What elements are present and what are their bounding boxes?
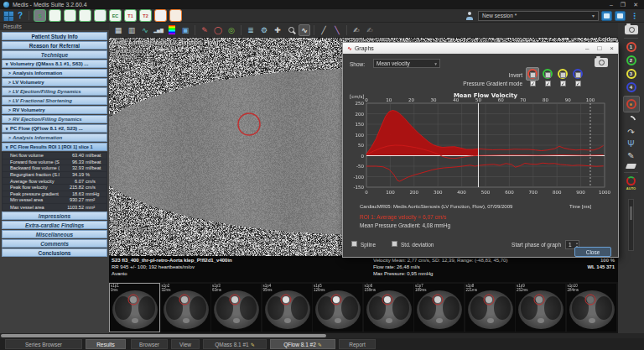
contour-stack-icon[interactable]: ≣ [245, 24, 257, 36]
roi-2-button[interactable]: 2 [626, 55, 636, 65]
sidebar-item[interactable]: ∨Volumetry (QMass 8.1 #1, S63) ... [2, 60, 107, 68]
invert-checkbox-3[interactable] [560, 72, 566, 78]
draw-contour-icon[interactable]: ✎ [199, 24, 210, 36]
dialog-maximize-button[interactable]: □ [597, 44, 601, 52]
pencil-tool-icon[interactable]: ✎ [627, 152, 634, 160]
save-session-icon[interactable] [601, 11, 612, 21]
auto-contour-icon[interactable]: ◎ [226, 24, 237, 36]
tab-results[interactable]: Results [86, 339, 126, 349]
session-layout-icon[interactable] [615, 11, 626, 21]
app-icon-2[interactable] [49, 9, 61, 22]
app-icon-9[interactable] [154, 9, 167, 22]
pressure-gradient-checkbox-1[interactable]: ✓ [530, 81, 536, 86]
colormap-icon[interactable] [166, 24, 178, 36]
window-maximize-button[interactable]: ❐ [621, 2, 626, 8]
phase-thumbnail[interactable]: s1p6158ms [364, 284, 413, 332]
app-icon-5[interactable] [94, 9, 106, 22]
window-close-button[interactable]: ✕ [633, 2, 638, 8]
help-icon[interactable]: ? [16, 11, 24, 20]
phase-thumbnail[interactable]: s1p8221ms [465, 284, 515, 332]
invert-checkbox-4[interactable] [575, 72, 581, 78]
zoom-tool-icon[interactable] [285, 24, 297, 36]
draw-roi-tool-selected[interactable] [623, 96, 640, 112]
invert-checkbox-1[interactable] [530, 72, 536, 78]
sidebar-item[interactable]: Conclusions [2, 248, 107, 257]
phase-thumbnail[interactable]: s1p9252ms [516, 284, 565, 332]
std-deviation-checkbox[interactable] [392, 241, 397, 247]
sidebar-item[interactable]: ∨PC Flow (QFlow 8.1 #2, S23) ... [2, 124, 107, 133]
app-icon-6[interactable]: EC [109, 9, 122, 22]
sidebar-item[interactable]: >RV Ejection/Filling Dynamics [2, 115, 107, 123]
overflow-menu-icon[interactable]: ⋮ [628, 12, 641, 20]
phase-thumbnail[interactable]: s1p10284ms [567, 284, 616, 332]
sidebar-item[interactable]: >RV Volumetry [2, 106, 107, 114]
invert-checkbox-2[interactable] [545, 72, 551, 78]
app-icon-7[interactable]: T1 [124, 9, 137, 22]
split-layout-icon[interactable]: ▥ [126, 24, 138, 36]
sidebar-item[interactable]: ∨PC Flow Results ROI 1 [ROI 1] slice 1 [2, 143, 107, 151]
snapshot-camera-icon[interactable] [595, 58, 608, 67]
pressure-gradient-checkbox-3[interactable]: ✓ [560, 81, 566, 86]
sidebar-item[interactable]: Impressions [2, 212, 107, 220]
tab-qmass-8-1-1[interactable]: QMass 8.1 #1✎ [203, 339, 267, 349]
roi-1-button[interactable]: 1 [626, 42, 636, 52]
roi-4-button[interactable]: 4 [626, 82, 636, 92]
line-tool-icon[interactable]: ╱ [318, 24, 330, 36]
tab-browser[interactable]: Browser [131, 339, 168, 349]
pan-tool-icon[interactable]: ✚ [272, 24, 283, 36]
sidebar-item[interactable]: Patient Study Info [2, 32, 107, 40]
phase-thumbnail[interactable]: s1p232ms [161, 284, 210, 332]
graphs-dialog-titlebar[interactable]: ∿ Graphs – □ × [343, 43, 618, 54]
app-icon-3[interactable] [64, 9, 76, 22]
pressure-gradient-checkbox-4[interactable]: ✓ [575, 81, 581, 86]
sidebar-item[interactable]: Comments [2, 239, 107, 248]
show-select[interactable]: Mean velocity ▾ [373, 59, 440, 68]
analysis-chart-icon[interactable]: ▂▅▇ [153, 24, 164, 36]
sidebar-item[interactable]: >LV Fractional Shortening [2, 97, 107, 105]
arc-tool-icon[interactable] [625, 114, 637, 127]
report-layout-icon[interactable]: ▦ [112, 24, 124, 36]
sidebar-item[interactable]: Extra-cardiac Findings [2, 221, 107, 229]
app-icon-8[interactable]: T2 [139, 9, 152, 22]
vertical-scrollbar[interactable] [628, 199, 634, 251]
session-select[interactable]: New session * ▾ [478, 11, 599, 21]
dialog-minimize-button[interactable]: – [585, 44, 589, 52]
phase-thumbnail[interactable]: s1p7189ms [414, 284, 464, 332]
app-icon-4[interactable] [79, 9, 91, 22]
dialog-close-icon[interactable]: × [610, 44, 614, 52]
image-view-icon[interactable]: ▣ [179, 24, 191, 36]
phase-thumbnail[interactable]: s1p495ms [262, 284, 312, 332]
app-icon-1[interactable]: S [34, 9, 46, 22]
user-icon[interactable] [465, 12, 474, 20]
flow-velocity-chart[interactable]: Mean Flow Velocity[cm/s]0100200300400500… [348, 91, 616, 204]
ellipse-roi-icon[interactable]: ◯ [212, 24, 224, 36]
sidebar-item[interactable]: >LV Ejection/Filling Dynamics [2, 87, 107, 96]
sidebar-item[interactable]: Technique [2, 50, 107, 59]
sidebar-item[interactable]: >Analysis Information [2, 133, 107, 142]
tab-view[interactable]: View [171, 339, 200, 349]
phase-thumbnail[interactable]: s1p10ms [110, 284, 159, 332]
flow-hand-tool-icon[interactable]: ✍ [364, 24, 376, 36]
app-icon-10[interactable] [169, 9, 182, 22]
contour-settings-icon[interactable]: ⚙ [258, 24, 270, 36]
phase-thumbnail[interactable]: s1p363ms [211, 284, 261, 332]
eraser-tool-icon[interactable] [626, 164, 636, 169]
roi-3-button[interactable]: 3 [626, 69, 636, 79]
tab-series-browser[interactable]: Series Browser [5, 339, 82, 349]
window-minimize-button[interactable]: – [610, 2, 613, 8]
tab-report[interactable]: Report [339, 339, 376, 349]
sidebar-item[interactable]: Reason for Referral [2, 41, 107, 50]
spline-checkbox[interactable] [351, 241, 357, 247]
flow-brush-tool-icon[interactable]: ✍ [351, 24, 362, 36]
snapshot-camera-icon[interactable] [625, 25, 638, 34]
tab-qflow-8-1-2[interactable]: QFlow 8.1 #2✎ [270, 339, 335, 349]
graphs-tool-icon[interactable]: ∿ [299, 24, 310, 36]
layout-tiles-icon[interactable] [3, 11, 13, 21]
phase-thumbnail[interactable]: s1p5126ms [313, 284, 362, 332]
pressure-gradient-checkbox-2[interactable]: ✓ [545, 81, 551, 86]
scrollbar-thumb[interactable] [1, 334, 326, 337]
auto-contour-icon[interactable] [626, 176, 636, 185]
sidebar-item[interactable]: Miscellaneous [2, 230, 107, 238]
curve-arrow-tool-icon[interactable]: ↷ [627, 128, 634, 137]
anchor-tool-icon[interactable]: Ψ [627, 140, 634, 149]
